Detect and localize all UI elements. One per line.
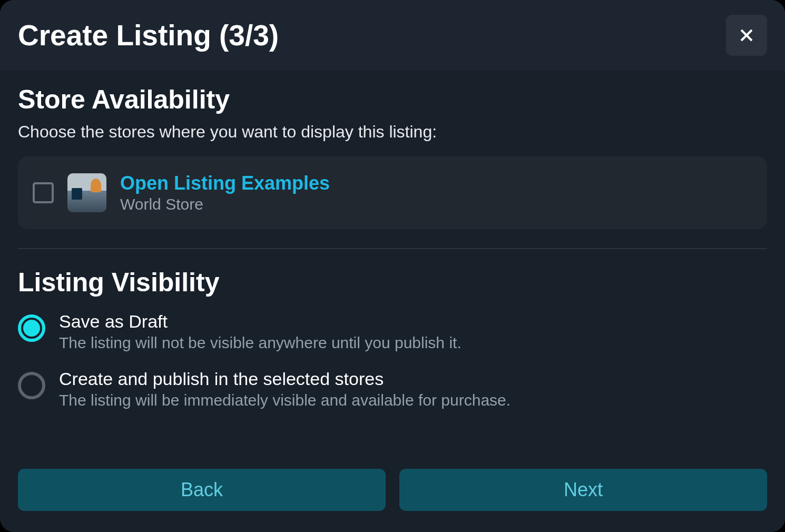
visibility-option-text: Create and publish in the selected store… (59, 369, 511, 409)
option-title: Create and publish in the selected store… (59, 369, 511, 389)
dialog-body: Store Availability Choose the stores whe… (0, 71, 785, 469)
dialog-footer: Back Next (0, 469, 785, 532)
store-thumbnail (67, 173, 106, 212)
section-divider (18, 248, 767, 249)
store-type: World Store (120, 195, 330, 213)
dialog-title: Create Listing (3/3) (18, 18, 279, 52)
store-availability-subheading: Choose the stores where you want to disp… (18, 122, 767, 142)
store-text: Open Listing Examples World Store (120, 172, 330, 213)
radio-dot-icon (23, 320, 40, 337)
option-description: The listing will be immediately visible … (59, 391, 511, 409)
store-availability-heading: Store Availability (18, 84, 767, 115)
dialog-header: Create Listing (3/3) (0, 0, 785, 71)
close-button[interactable] (726, 15, 767, 56)
listing-visibility-heading: Listing Visibility (18, 267, 767, 298)
visibility-option-publish[interactable]: Create and publish in the selected store… (18, 369, 767, 409)
store-checkbox[interactable] (33, 182, 54, 203)
next-button[interactable]: Next (399, 469, 767, 511)
store-name: Open Listing Examples (120, 172, 330, 194)
visibility-option-text: Save as Draft The listing will not be vi… (59, 311, 462, 352)
option-description: The listing will not be visible anywhere… (59, 334, 462, 352)
create-listing-dialog: Create Listing (3/3) Store Availability … (0, 0, 785, 532)
option-title: Save as Draft (59, 311, 462, 332)
back-button[interactable]: Back (18, 469, 386, 511)
radio-draft[interactable] (18, 314, 45, 342)
visibility-option-draft[interactable]: Save as Draft The listing will not be vi… (18, 311, 767, 352)
close-icon (739, 27, 754, 43)
radio-publish[interactable] (18, 372, 45, 399)
store-row[interactable]: Open Listing Examples World Store (18, 156, 767, 229)
